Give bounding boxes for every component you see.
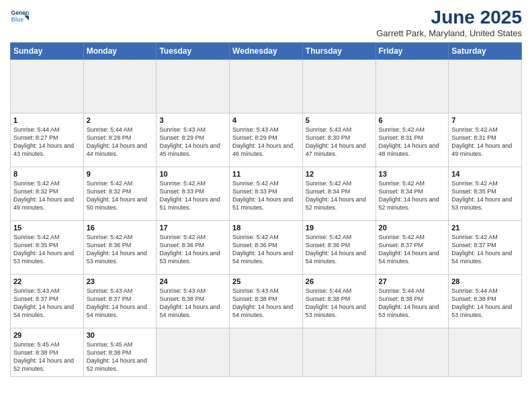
calendar-cell <box>230 328 303 377</box>
day-info: Sunrise: 5:42 AMSunset: 8:32 PMDaylight:… <box>13 179 81 212</box>
day-info: Sunrise: 5:42 AMSunset: 8:37 PMDaylight:… <box>379 233 446 266</box>
calendar-cell <box>375 328 449 377</box>
day-number: 13 <box>379 170 446 178</box>
calendar-cell: 13 Sunrise: 5:42 AMSunset: 8:34 PMDaylig… <box>375 167 449 221</box>
calendar-cell: 19 Sunrise: 5:42 AMSunset: 8:36 PMDaylig… <box>302 221 375 275</box>
calendar-cell: 7 Sunrise: 5:42 AMSunset: 8:31 PMDayligh… <box>449 113 522 167</box>
calendar-cell: 5 Sunrise: 5:43 AMSunset: 8:30 PMDayligh… <box>302 113 375 167</box>
day-number: 4 <box>232 116 300 124</box>
day-number: 2 <box>87 116 154 124</box>
day-info: Sunrise: 5:43 AMSunset: 8:37 PMDaylight:… <box>87 287 154 320</box>
week-row-1: 1 Sunrise: 5:44 AMSunset: 8:27 PMDayligh… <box>11 113 522 167</box>
day-number: 12 <box>306 170 373 178</box>
header-sunday: Sunday <box>11 43 84 60</box>
calendar-cell: 24 Sunrise: 5:43 AMSunset: 8:38 PMDaylig… <box>157 275 230 328</box>
calendar-cell: 25 Sunrise: 5:43 AMSunset: 8:38 PMDaylig… <box>230 275 303 328</box>
day-info: Sunrise: 5:45 AMSunset: 8:38 PMDaylight:… <box>87 340 154 373</box>
calendar-cell: 15 Sunrise: 5:42 AMSunset: 8:35 PMDaylig… <box>11 221 84 275</box>
logo: General Blue <box>10 7 29 26</box>
day-number: 18 <box>232 224 300 232</box>
calendar-cell: 11 Sunrise: 5:42 AMSunset: 8:33 PMDaylig… <box>230 167 303 221</box>
calendar-cell: 6 Sunrise: 5:42 AMSunset: 8:31 PMDayligh… <box>375 113 449 167</box>
calendar-cell: 23 Sunrise: 5:43 AMSunset: 8:37 PMDaylig… <box>83 275 157 328</box>
calendar-cell: 8 Sunrise: 5:42 AMSunset: 8:32 PMDayligh… <box>11 167 84 221</box>
calendar-cell: 10 Sunrise: 5:42 AMSunset: 8:33 PMDaylig… <box>157 167 230 221</box>
calendar-cell: 27 Sunrise: 5:44 AMSunset: 8:38 PMDaylig… <box>375 275 449 328</box>
day-number: 30 <box>87 331 154 339</box>
day-info: Sunrise: 5:42 AMSunset: 8:36 PMDaylight:… <box>306 233 373 266</box>
day-info: Sunrise: 5:42 AMSunset: 8:36 PMDaylight:… <box>87 233 154 266</box>
main-title: June 2025 <box>376 7 522 28</box>
day-info: Sunrise: 5:43 AMSunset: 8:30 PMDaylight:… <box>306 126 373 158</box>
day-info: Sunrise: 5:44 AMSunset: 8:28 PMDaylight:… <box>87 126 154 158</box>
calendar-header-row: Sunday Monday Tuesday Wednesday Thursday… <box>11 43 522 60</box>
day-number: 27 <box>379 277 446 285</box>
header-friday: Friday <box>375 43 449 60</box>
day-info: Sunrise: 5:43 AMSunset: 8:38 PMDaylight:… <box>159 287 226 320</box>
calendar-cell <box>302 60 375 113</box>
week-row-5: 29 Sunrise: 5:45 AMSunset: 8:38 PMDaylig… <box>11 328 522 377</box>
day-info: Sunrise: 5:44 AMSunset: 8:27 PMDaylight:… <box>13 126 81 158</box>
day-number: 5 <box>306 116 373 124</box>
day-info: Sunrise: 5:44 AMSunset: 8:38 PMDaylight:… <box>306 287 373 320</box>
calendar-cell: 1 Sunrise: 5:44 AMSunset: 8:27 PMDayligh… <box>11 113 84 167</box>
day-info: Sunrise: 5:43 AMSunset: 8:37 PMDaylight:… <box>13 287 81 320</box>
day-info: Sunrise: 5:43 AMSunset: 8:38 PMDaylight:… <box>232 287 300 320</box>
day-number: 21 <box>451 224 519 232</box>
calendar-cell <box>375 60 449 113</box>
day-number: 9 <box>87 170 154 178</box>
calendar-cell: 21 Sunrise: 5:42 AMSunset: 8:37 PMDaylig… <box>449 221 522 275</box>
day-number: 8 <box>13 170 81 178</box>
day-info: Sunrise: 5:42 AMSunset: 8:37 PMDaylight:… <box>451 233 519 266</box>
week-row-3: 15 Sunrise: 5:42 AMSunset: 8:35 PMDaylig… <box>11 221 522 275</box>
day-number: 15 <box>13 224 81 232</box>
calendar-cell: 22 Sunrise: 5:43 AMSunset: 8:37 PMDaylig… <box>11 275 84 328</box>
day-info: Sunrise: 5:43 AMSunset: 8:29 PMDaylight:… <box>232 126 300 158</box>
day-number: 6 <box>379 116 446 124</box>
calendar-cell: 17 Sunrise: 5:42 AMSunset: 8:36 PMDaylig… <box>157 221 230 275</box>
calendar-cell <box>83 60 157 113</box>
header-saturday: Saturday <box>449 43 522 60</box>
logo-icon: General Blue <box>10 7 29 26</box>
day-info: Sunrise: 5:42 AMSunset: 8:35 PMDaylight:… <box>13 233 81 266</box>
day-info: Sunrise: 5:42 AMSunset: 8:32 PMDaylight:… <box>87 179 154 212</box>
header-wednesday: Wednesday <box>230 43 303 60</box>
day-number: 23 <box>87 277 154 285</box>
day-info: Sunrise: 5:42 AMSunset: 8:33 PMDaylight:… <box>159 179 226 212</box>
calendar-cell: 28 Sunrise: 5:44 AMSunset: 8:38 PMDaylig… <box>449 275 522 328</box>
day-info: Sunrise: 5:43 AMSunset: 8:29 PMDaylight:… <box>159 126 226 158</box>
title-section: June 2025 Garrett Park, Maryland, United… <box>376 7 522 38</box>
calendar-cell: 4 Sunrise: 5:43 AMSunset: 8:29 PMDayligh… <box>230 113 303 167</box>
day-info: Sunrise: 5:45 AMSunset: 8:38 PMDaylight:… <box>13 340 81 373</box>
calendar-cell: 26 Sunrise: 5:44 AMSunset: 8:38 PMDaylig… <box>302 275 375 328</box>
calendar-cell: 18 Sunrise: 5:42 AMSunset: 8:36 PMDaylig… <box>230 221 303 275</box>
day-number: 25 <box>232 277 300 285</box>
day-number: 24 <box>159 277 226 285</box>
day-number: 26 <box>306 277 373 285</box>
calendar-cell: 3 Sunrise: 5:43 AMSunset: 8:29 PMDayligh… <box>157 113 230 167</box>
header: General Blue June 2025 Garrett Park, Mar… <box>10 7 522 38</box>
day-number: 29 <box>13 331 81 339</box>
day-number: 28 <box>451 277 519 285</box>
day-info: Sunrise: 5:44 AMSunset: 8:38 PMDaylight:… <box>451 287 519 320</box>
calendar-cell: 9 Sunrise: 5:42 AMSunset: 8:32 PMDayligh… <box>83 167 157 221</box>
day-info: Sunrise: 5:42 AMSunset: 8:33 PMDaylight:… <box>232 179 300 212</box>
day-info: Sunrise: 5:42 AMSunset: 8:31 PMDaylight:… <box>379 126 446 158</box>
calendar-table: Sunday Monday Tuesday Wednesday Thursday… <box>10 42 522 377</box>
day-number: 7 <box>451 116 519 124</box>
calendar-cell: 29 Sunrise: 5:45 AMSunset: 8:38 PMDaylig… <box>11 328 84 377</box>
day-info: Sunrise: 5:42 AMSunset: 8:36 PMDaylight:… <box>232 233 300 266</box>
calendar-cell <box>157 328 230 377</box>
calendar-cell: 14 Sunrise: 5:42 AMSunset: 8:35 PMDaylig… <box>449 167 522 221</box>
day-number: 10 <box>159 170 226 178</box>
day-number: 19 <box>306 224 373 232</box>
day-number: 3 <box>159 116 226 124</box>
day-info: Sunrise: 5:42 AMSunset: 8:31 PMDaylight:… <box>451 126 519 158</box>
calendar-cell <box>449 328 522 377</box>
day-number: 11 <box>232 170 300 178</box>
day-info: Sunrise: 5:42 AMSunset: 8:34 PMDaylight:… <box>379 179 446 212</box>
calendar-cell <box>11 60 84 113</box>
week-row-2: 8 Sunrise: 5:42 AMSunset: 8:32 PMDayligh… <box>11 167 522 221</box>
calendar-cell <box>230 60 303 113</box>
header-thursday: Thursday <box>302 43 375 60</box>
